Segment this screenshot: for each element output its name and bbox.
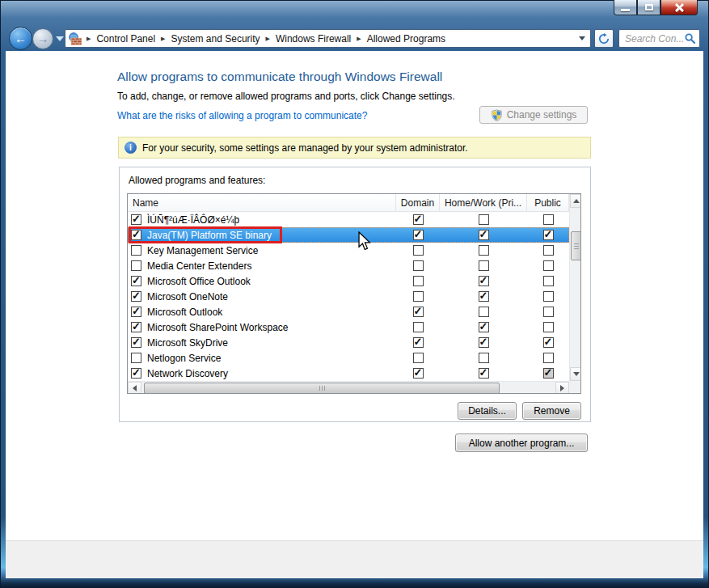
maximize-button[interactable] (637, 0, 660, 15)
home-work-checkbox[interactable] (479, 322, 489, 332)
public-checkbox[interactable] (543, 260, 554, 271)
domain-checkbox[interactable] (413, 353, 424, 363)
breadcrumb-separator-icon[interactable]: ▶ (158, 36, 167, 42)
public-checkbox[interactable] (543, 214, 554, 225)
domain-checkbox[interactable] (413, 230, 424, 240)
breadcrumb-separator-icon[interactable]: ▶ (84, 36, 93, 42)
table-row[interactable]: Microsoft OneNote (128, 289, 569, 304)
table-row[interactable]: Media Center Extenders (128, 258, 569, 273)
page-title: Allow programs to communicate through Wi… (117, 70, 442, 84)
vertical-scrollbar[interactable] (569, 194, 581, 381)
address-bar[interactable]: ▶Control Panel▶System and Security▶Windo… (65, 29, 591, 48)
forward-button[interactable]: → (32, 28, 53, 49)
allow-another-program-button[interactable]: Allow another program... (455, 434, 588, 452)
remove-button[interactable]: Remove (522, 402, 581, 420)
table-row[interactable]: Key Management Service (128, 243, 569, 258)
refresh-button[interactable] (594, 29, 614, 48)
table-row[interactable]: Microsoft SharePoint Workspace (128, 319, 569, 335)
public-checkbox[interactable] (543, 245, 554, 256)
address-dropdown-button[interactable] (574, 30, 590, 47)
public-checkbox[interactable] (543, 353, 554, 363)
program-enabled-checkbox[interactable] (131, 276, 141, 286)
vertical-scroll-thumb[interactable] (571, 231, 581, 260)
program-enabled-checkbox[interactable] (131, 322, 141, 332)
public-checkbox[interactable] (543, 291, 554, 302)
change-settings-button[interactable]: Change settings (479, 106, 588, 124)
scroll-right-button[interactable] (555, 382, 569, 394)
public-checkbox[interactable] (543, 368, 554, 379)
close-button[interactable] (660, 0, 698, 15)
home-work-checkbox[interactable] (479, 307, 489, 317)
home-work-checkbox[interactable] (479, 291, 489, 302)
domain-checkbox[interactable] (413, 214, 424, 225)
program-enabled-checkbox[interactable] (131, 368, 141, 379)
home-work-checkbox[interactable] (479, 230, 489, 240)
column-header[interactable]: Home/Work (Pri... (440, 194, 527, 212)
domain-checkbox-cell (396, 273, 440, 289)
scrollbar-corner (569, 381, 581, 394)
domain-checkbox[interactable] (413, 322, 424, 332)
table-row[interactable]: Java(TM) Platform SE binary (128, 227, 569, 243)
home-work-checkbox[interactable] (479, 337, 489, 348)
home-work-checkbox[interactable] (479, 245, 489, 256)
domain-checkbox[interactable] (413, 337, 424, 348)
search-input[interactable]: Search Con... (618, 29, 700, 48)
scroll-up-button[interactable] (570, 194, 581, 208)
domain-checkbox[interactable] (413, 260, 424, 271)
column-header[interactable]: Public (527, 194, 569, 212)
domain-checkbox-cell (396, 304, 440, 319)
public-checkbox[interactable] (543, 337, 554, 348)
domain-checkbox[interactable] (413, 368, 424, 379)
breadcrumb-item[interactable]: Control Panel (93, 33, 158, 44)
program-enabled-checkbox[interactable] (131, 245, 141, 256)
breadcrumb-item[interactable]: Allowed Programs (364, 33, 449, 44)
home-work-checkbox[interactable] (479, 214, 489, 225)
scroll-down-button[interactable] (570, 367, 581, 381)
table-row[interactable]: Network Discovery (128, 366, 569, 381)
column-header[interactable]: Domain (396, 194, 440, 212)
table-row[interactable]: Microsoft Outlook (128, 304, 569, 319)
program-enabled-checkbox[interactable] (131, 337, 141, 348)
table-row[interactable]: ÌÚÑ¶²úÆ·ÏÂÔØ×é¼þ (128, 212, 569, 227)
domain-checkbox[interactable] (413, 307, 424, 317)
recent-pages-chevron-icon[interactable] (56, 36, 64, 41)
breadcrumb-separator-icon[interactable]: ▶ (264, 36, 272, 42)
program-enabled-checkbox[interactable] (131, 307, 141, 317)
table-row[interactable]: Microsoft Office Outlook (128, 273, 569, 289)
public-checkbox[interactable] (543, 322, 554, 332)
title-bar[interactable] (0, 0, 709, 26)
breadcrumb-item[interactable]: System and Security (168, 33, 264, 44)
details-button[interactable]: Details... (458, 402, 517, 420)
domain-checkbox[interactable] (413, 291, 424, 302)
home-work-checkbox[interactable] (479, 353, 489, 363)
minimize-button[interactable] (614, 0, 637, 15)
program-enabled-checkbox[interactable] (131, 353, 141, 363)
home-work-checkbox-cell (440, 212, 527, 227)
search-icon[interactable] (685, 33, 695, 44)
home-work-checkbox[interactable] (479, 368, 489, 379)
program-enabled-checkbox[interactable] (131, 291, 141, 302)
horizontal-scrollbar[interactable] (128, 381, 569, 394)
forward-arrow-icon: → (37, 32, 49, 44)
public-checkbox[interactable] (543, 307, 554, 317)
scroll-left-button[interactable] (128, 382, 141, 394)
risks-link[interactable]: What are the risks of allowing a program… (117, 110, 367, 121)
home-work-checkbox[interactable] (479, 276, 489, 286)
program-name: Network Discovery (147, 368, 228, 379)
domain-checkbox[interactable] (413, 276, 424, 286)
breadcrumb-separator-icon[interactable]: ▶ (354, 36, 363, 42)
program-enabled-checkbox[interactable] (131, 214, 141, 225)
public-checkbox[interactable] (543, 230, 554, 240)
back-button[interactable]: ← (9, 27, 32, 50)
public-checkbox-cell (527, 273, 569, 289)
domain-checkbox[interactable] (413, 245, 424, 256)
table-row[interactable]: Microsoft SkyDrive (128, 335, 569, 350)
horizontal-scroll-thumb[interactable] (144, 383, 500, 394)
breadcrumb-item[interactable]: Windows Firewall (272, 33, 354, 44)
table-row[interactable]: Netlogon Service (128, 350, 569, 366)
home-work-checkbox[interactable] (479, 260, 489, 271)
program-enabled-checkbox[interactable] (131, 260, 141, 271)
public-checkbox[interactable] (543, 276, 554, 286)
home-work-checkbox-cell (440, 243, 527, 258)
column-header[interactable]: Name (128, 194, 396, 212)
